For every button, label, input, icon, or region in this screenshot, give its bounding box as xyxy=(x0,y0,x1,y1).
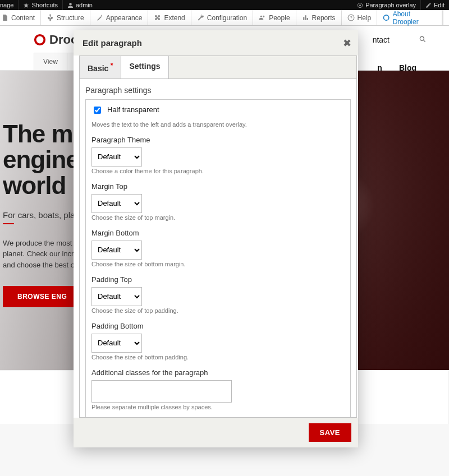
modal-title: Edit paragraph xyxy=(83,38,349,48)
settings-fieldset: Half transparent Moves the text to the l… xyxy=(85,99,351,418)
toolbar-label: Reports xyxy=(312,14,336,22)
padding-bottom-select[interactable]: Default xyxy=(91,334,142,353)
topbar-paragraph-overlay[interactable]: Paragraph overlay xyxy=(352,0,421,10)
additional-classes-input[interactable] xyxy=(91,380,232,403)
padding-top-select[interactable]: Default xyxy=(91,287,142,306)
margin-top-label: Margin Top xyxy=(91,182,345,191)
section-title: Paragraph settings xyxy=(85,86,351,95)
wrench-icon xyxy=(197,14,204,21)
additional-classes-help: Please separate multiple classes by spac… xyxy=(91,404,345,410)
topbar-label: Paragraph overlay xyxy=(365,2,416,8)
toolbar-label: People xyxy=(269,14,290,22)
hero-divider xyxy=(3,223,14,224)
toolbar-label: About Droopler xyxy=(393,10,436,26)
people-icon xyxy=(259,14,266,21)
toolbar-help[interactable]: ? Help xyxy=(342,10,378,25)
margin-bottom-help: Choose the size of bottom margin. xyxy=(91,261,345,267)
padding-top-row: Padding Top Default Choose the size of t… xyxy=(91,275,345,314)
top-admin-bar: nage Shortcuts admin Paragraph overlay E… xyxy=(0,0,449,10)
paragraph-theme-help: Choose a color theme for this paragraph. xyxy=(91,168,345,174)
hero-cta-button[interactable]: BROWSE ENG xyxy=(3,286,81,307)
user-icon xyxy=(67,2,74,8)
padding-bottom-row: Padding Bottom Default Choose the size o… xyxy=(91,322,345,361)
admin-toolbar: Content Structure Appearance Extend Conf… xyxy=(0,10,449,26)
chart-icon xyxy=(302,14,309,21)
padding-top-label: Padding Top xyxy=(91,275,345,284)
svg-text:?: ? xyxy=(350,15,352,20)
toolbar-reports[interactable]: Reports xyxy=(296,10,342,25)
padding-bottom-label: Padding Bottom xyxy=(91,322,345,330)
hierarchy-icon xyxy=(47,14,54,21)
topbar-label: admin xyxy=(76,2,93,8)
toolbar-label: Content xyxy=(11,14,35,22)
modal-header: Edit paragraph ✖ xyxy=(74,30,358,56)
padding-top-help: Choose the size of top padding. xyxy=(91,307,345,314)
site-logo[interactable]: Droo xyxy=(34,33,78,47)
paragraph-theme-label: Paragraph Theme xyxy=(91,136,345,144)
toolbar-about-droopler[interactable]: About Droopler xyxy=(377,10,442,25)
margin-bottom-label: Margin Bottom xyxy=(91,229,345,237)
half-transparent-help: Moves the text to the left and adds a tr… xyxy=(91,121,345,128)
droopler-logo-icon xyxy=(34,34,46,46)
required-marker: * xyxy=(108,62,113,70)
nav-search[interactable] xyxy=(419,35,427,45)
toolbar-appearance[interactable]: Appearance xyxy=(90,10,149,25)
wand-icon xyxy=(96,14,103,21)
tab-settings[interactable]: Settings xyxy=(121,56,168,78)
padding-bottom-help: Choose the size of bottom padding. xyxy=(91,354,345,361)
additional-classes-label: Additional classes for the paragraph xyxy=(91,368,345,377)
paragraph-theme-row: Paragraph Theme Default Choose a color t… xyxy=(91,136,345,174)
close-icon: ✖ xyxy=(343,38,351,49)
half-transparent-row: Half transparent Moves the text to the l… xyxy=(91,105,345,128)
svg-point-1 xyxy=(359,4,361,6)
grid-col xyxy=(359,371,449,424)
toolbar-content[interactable]: Content xyxy=(0,10,41,25)
puzzle-icon xyxy=(154,14,161,21)
topbar-user[interactable]: admin xyxy=(63,0,97,10)
modal-scroll-area[interactable]: Basic * Settings Paragraph settings Half… xyxy=(79,56,357,418)
modal-footer: SAVE xyxy=(74,418,358,447)
file-icon xyxy=(1,14,8,21)
svg-point-4 xyxy=(384,15,389,20)
half-transparent-checkbox[interactable] xyxy=(94,107,101,114)
topbar-shortcuts[interactable]: Shortcuts xyxy=(19,0,62,10)
toolbar-structure[interactable]: Structure xyxy=(41,10,90,25)
modal-tabs: Basic * Settings xyxy=(80,56,356,79)
target-icon xyxy=(357,2,363,8)
topbar-label: Shortcuts xyxy=(31,2,57,8)
toolbar-label: Appearance xyxy=(106,14,143,22)
search-icon xyxy=(419,35,427,43)
margin-top-select[interactable]: Default xyxy=(91,194,142,213)
svg-point-5 xyxy=(35,35,45,45)
margin-top-help: Choose the size of top margin. xyxy=(91,214,345,221)
toolbar-label: Help xyxy=(358,14,372,22)
toolbar-people[interactable]: People xyxy=(253,10,296,25)
help-icon: ? xyxy=(347,14,355,21)
pencil-icon xyxy=(425,2,432,8)
toolbar-label: Structure xyxy=(57,14,84,22)
nav-contact[interactable]: ntact xyxy=(373,35,390,45)
topbar-edit[interactable]: Edit xyxy=(421,0,449,10)
droopler-logo-icon xyxy=(383,14,390,21)
topbar-label: Edit xyxy=(434,2,445,8)
paragraph-theme-select[interactable]: Default xyxy=(91,147,142,167)
settings-panel: Paragraph settings Half transparent Move… xyxy=(80,79,356,418)
edit-paragraph-modal: Edit paragraph ✖ Basic * Settings Paragr… xyxy=(74,30,358,447)
topbar-label: nage xyxy=(0,2,13,8)
modal-close-button[interactable]: ✖ xyxy=(343,37,351,49)
save-button[interactable]: SAVE xyxy=(309,423,351,442)
toolbar-label: Configuration xyxy=(207,14,247,22)
toolbar-label: Extend xyxy=(164,14,185,22)
star-icon xyxy=(23,2,29,8)
margin-bottom-row: Margin Bottom Default Choose the size of… xyxy=(91,229,345,267)
toolbar-configuration[interactable]: Configuration xyxy=(191,10,253,25)
svg-point-6 xyxy=(420,36,424,40)
additional-classes-row: Additional classes for the paragraph Ple… xyxy=(91,368,345,410)
site-nav: ntact xyxy=(373,35,427,45)
toolbar-extend[interactable]: Extend xyxy=(148,10,191,25)
topbar-manage[interactable]: nage xyxy=(0,0,19,10)
local-task-view[interactable]: View xyxy=(34,53,67,70)
tab-basic[interactable]: Basic * xyxy=(80,56,121,78)
half-transparent-label: Half transparent xyxy=(107,105,159,114)
margin-bottom-select[interactable]: Default xyxy=(91,241,142,260)
